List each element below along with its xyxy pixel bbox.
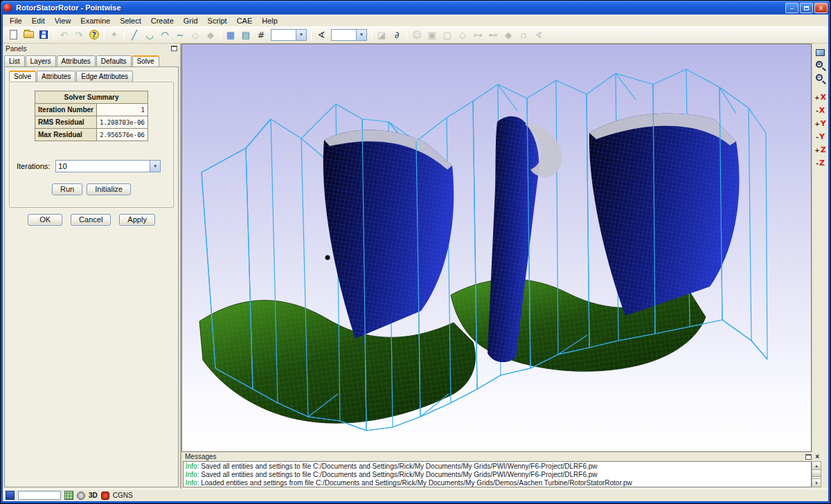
dimension-combo[interactable]: ▼ <box>271 29 307 41</box>
zoom-in-icon: + <box>816 61 825 71</box>
close-icon[interactable]: × <box>815 453 819 460</box>
command-icon[interactable] <box>6 491 15 500</box>
float-panel-icon[interactable] <box>805 454 812 460</box>
menu-examine[interactable]: Examine <box>75 16 115 26</box>
menu-select[interactable]: Select <box>115 16 146 26</box>
tab-list[interactable]: List <box>4 55 25 66</box>
chevron-down-icon[interactable]: ▼ <box>150 161 160 172</box>
axis-letter: X <box>821 93 826 102</box>
menu-view[interactable]: View <box>50 16 76 26</box>
eraser-button[interactable]: ◪ <box>374 28 389 42</box>
axis-sign: + <box>814 94 820 101</box>
redo-button[interactable]: ↷ <box>71 28 87 42</box>
viewport-canvas[interactable] <box>182 44 811 451</box>
angle-combo[interactable]: ▼ <box>331 29 367 41</box>
iterations-combo[interactable]: 10 ▼ <box>55 160 161 172</box>
diamond-filled-button[interactable]: ◆ <box>203 28 218 42</box>
solver-summary-title: Solver Summary <box>35 91 148 104</box>
mask-button[interactable]: ☺ <box>409 28 425 42</box>
diamond-tool-button[interactable]: ◇ <box>188 28 203 42</box>
menu-script[interactable]: Script <box>203 16 232 26</box>
split-button[interactable]: ⊷ <box>485 28 501 42</box>
solid-domain-button[interactable]: ◆ <box>501 28 516 42</box>
minimize-button[interactable]: – <box>785 3 798 13</box>
max-residual-label: Max Residual <box>35 129 96 141</box>
probe-button[interactable]: ⌖ <box>107 28 122 42</box>
angle-button[interactable]: ∢ <box>314 28 329 42</box>
cae-solver-label: CGNS <box>113 492 133 499</box>
undo-button[interactable]: ↶ <box>56 28 71 42</box>
menu-file[interactable]: File <box>5 16 27 26</box>
arc-tool-button[interactable]: ◠ <box>157 28 172 42</box>
panels-header[interactable]: Panels <box>3 44 180 53</box>
log-text: Loaded entities and settings from file C… <box>199 479 632 487</box>
open-button[interactable] <box>21 28 36 42</box>
tab-layers[interactable]: Layers <box>26 55 56 66</box>
curve-tool-button[interactable]: ◡ <box>142 28 157 42</box>
axis-letter: Y <box>821 119 826 128</box>
zoom-in-button[interactable]: + <box>814 59 828 72</box>
axis-sign: - <box>816 107 819 114</box>
view-plus-z-button[interactable]: +Z <box>814 143 828 156</box>
solid-cube-button[interactable]: ▣ <box>425 28 440 42</box>
float-panel-icon[interactable] <box>171 46 177 51</box>
spline-tool-button[interactable]: ~ <box>172 28 188 42</box>
restore-button[interactable] <box>800 3 813 13</box>
dimension-button[interactable]: # <box>253 28 269 42</box>
menu-grid[interactable]: Grid <box>179 16 203 26</box>
run-button[interactable]: Run <box>52 183 82 195</box>
subtab-attributes[interactable]: Attributes <box>37 71 75 82</box>
view-plus-y-button[interactable]: +Y <box>814 117 828 130</box>
menu-create[interactable]: Create <box>146 16 179 26</box>
derivative-button[interactable]: ∂ <box>389 28 404 42</box>
view-minus-x-button[interactable]: -X <box>814 104 828 117</box>
domain-button[interactable]: ◇ <box>455 28 470 42</box>
view-minus-y-button[interactable]: -Y <box>814 130 828 143</box>
new-file-button[interactable] <box>6 28 21 42</box>
subtab-solve[interactable]: Solve <box>9 71 36 82</box>
title-bar[interactable]: RotorStatorRotor - Pointwise – × <box>1 1 830 15</box>
node-button[interactable]: ▫ <box>516 28 531 42</box>
angle2-button[interactable]: ∢ <box>531 28 546 42</box>
cancel-button[interactable]: Cancel <box>71 214 111 226</box>
apply-button[interactable]: Apply <box>119 214 155 226</box>
fit-view-button[interactable] <box>814 46 828 59</box>
menu-edit[interactable]: Edit <box>27 16 50 26</box>
view-minus-z-button[interactable]: -Z <box>814 156 828 170</box>
help-button[interactable]: ? <box>87 28 102 42</box>
initialize-button[interactable]: Initialize <box>87 183 131 195</box>
zoom-out-button[interactable]: − <box>814 72 828 85</box>
menu-cae[interactable]: CAE <box>232 16 258 26</box>
tab-defaults[interactable]: Defaults <box>96 55 132 66</box>
panels-sidebar: Panels List Layers Attributes Defaults S… <box>3 44 181 489</box>
menu-help[interactable]: Help <box>257 16 283 26</box>
chevron-down-icon: ▼ <box>296 30 306 40</box>
close-button[interactable]: × <box>814 3 828 13</box>
layer-grid-icon[interactable] <box>64 491 73 500</box>
line-tool-button[interactable]: ╱ <box>127 28 142 42</box>
scroll-down-icon[interactable]: ▼ <box>812 478 821 487</box>
tab-attributes[interactable]: Attributes <box>57 55 96 66</box>
tolerance-icon[interactable] <box>77 492 85 500</box>
subtab-edge-attributes[interactable]: Edge Attributes <box>76 71 133 82</box>
ok-button[interactable]: OK <box>28 214 62 226</box>
help-icon: ? <box>89 30 99 39</box>
block-button[interactable]: ▢ <box>440 28 455 42</box>
join-button[interactable]: ⊶ <box>470 28 485 42</box>
structured-grid-button[interactable]: ▦ <box>223 28 238 42</box>
messages-log[interactable]: Info: Saved all entities and settings to… <box>183 461 812 487</box>
main-toolbar: ↶ ↷ ? ⌖ ╱ ◡ ◠ ~ ◇ ◆ ▦ ▤ # ▼ ∢ ▼ <box>3 26 828 44</box>
save-button[interactable] <box>36 28 51 42</box>
view-plus-x-button[interactable]: +X <box>814 91 828 104</box>
scroll-thumb[interactable] <box>812 470 821 477</box>
messages-scrollbar[interactable]: ▲ ▼ <box>812 461 821 487</box>
unstructured-grid-button[interactable]: ▤ <box>238 28 253 42</box>
toolbar-separator <box>53 28 54 41</box>
command-input[interactable] <box>18 491 61 500</box>
tab-solve[interactable]: Solve <box>132 55 159 66</box>
scroll-up-icon[interactable]: ▲ <box>812 462 821 470</box>
messages-header[interactable]: Messages × <box>181 452 823 461</box>
selected-point-marker[interactable] <box>325 255 330 260</box>
table-row: Iteration Number 1 <box>35 104 148 116</box>
status-bar: 3D CGNS <box>3 489 828 501</box>
